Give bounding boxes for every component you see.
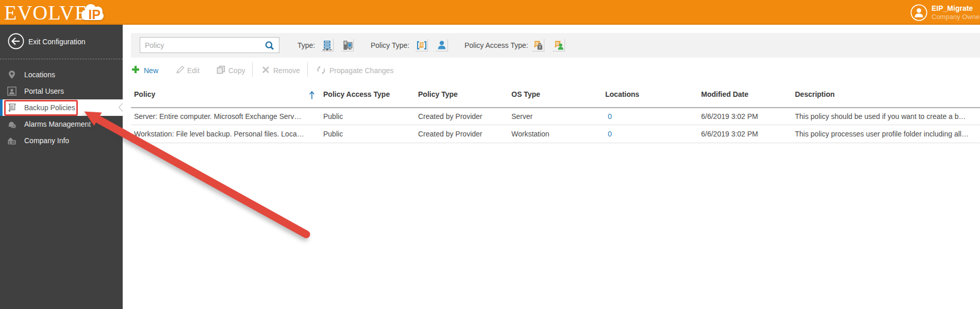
svg-text:IP: IP [88, 7, 101, 22]
